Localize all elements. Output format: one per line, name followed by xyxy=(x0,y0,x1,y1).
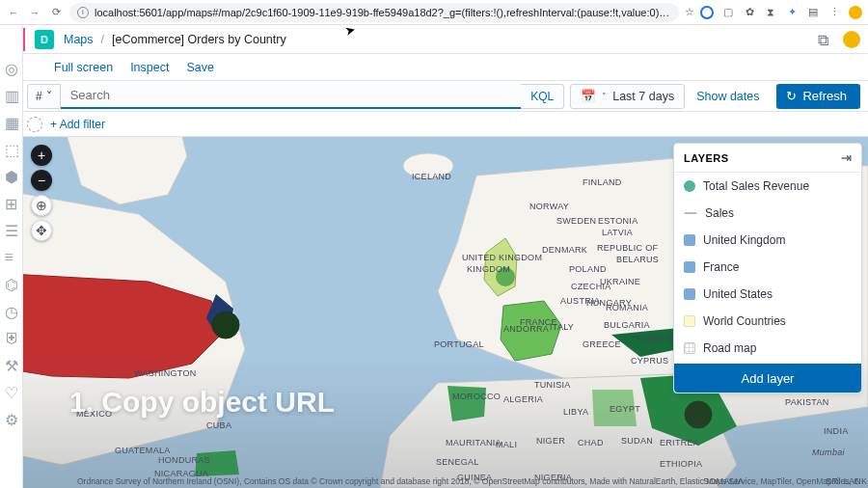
profile-avatar[interactable] xyxy=(849,6,862,19)
inspect-link[interactable]: Inspect xyxy=(130,61,169,74)
user-avatar[interactable] xyxy=(843,31,860,48)
menu-icon[interactable]: ⋮ xyxy=(827,6,841,19)
layer-swatch-icon xyxy=(684,315,695,327)
svg-text:PAKISTAN: PAKISTAN xyxy=(785,397,829,407)
svg-text:EGYPT: EGYPT xyxy=(610,404,640,414)
layer-swatch-icon xyxy=(684,212,697,214)
ext-icon-3[interactable]: ✿ xyxy=(743,6,756,19)
nav-dashboard-icon[interactable]: ▦ xyxy=(5,114,18,127)
svg-text:MAURITANIA: MAURITANIA xyxy=(446,438,502,447)
reload-icon[interactable]: ⟳ xyxy=(48,5,64,20)
svg-text:MOROCCO: MOROCCO xyxy=(452,392,501,401)
ext-icon-2[interactable]: ▢ xyxy=(721,6,735,19)
nav-ml-icon[interactable]: ⊞ xyxy=(5,195,18,208)
back-icon[interactable]: ← xyxy=(6,5,21,20)
layer-item[interactable]: Road map xyxy=(674,335,861,362)
nav-visualize-icon[interactable]: ▥ xyxy=(5,87,18,100)
add-filter-link[interactable]: + Add filter xyxy=(50,118,105,131)
svg-text:ANDORRA: ANDORRA xyxy=(503,324,549,334)
layer-item[interactable]: Total Sales Revenue xyxy=(674,173,861,200)
side-nav: ◎ ▥ ▦ ⬚ ⬢ ⊞ ☰ ≡ ⌬ ◷ ⛨ ⚒ ♡ ⚙ xyxy=(0,25,23,488)
refresh-icon: ↻ xyxy=(786,89,797,103)
ext-icon-6[interactable]: ▤ xyxy=(806,6,820,19)
filter-icon[interactable] xyxy=(27,117,42,132)
svg-text:HONDURAS: HONDURAS xyxy=(158,455,210,465)
ext-icon-5[interactable]: ✦ xyxy=(785,6,799,19)
svg-text:BELARUS: BELARUS xyxy=(616,255,659,264)
map-canvas[interactable]: ICELAND FINLAND NORWAY SWEDEN ESTONIA LA… xyxy=(23,137,868,488)
layer-swatch-icon xyxy=(684,261,695,273)
svg-text:DENMARK: DENMARK xyxy=(542,245,587,255)
fit-bounds-button[interactable]: ⊕ xyxy=(31,195,52,216)
svg-text:UNITED KINGDOM: UNITED KINGDOM xyxy=(462,253,542,262)
nav-maps-icon[interactable]: ⬢ xyxy=(5,168,18,181)
calendar-icon: 📅 xyxy=(581,89,596,103)
ext-icon-4[interactable]: ⧗ xyxy=(764,6,777,19)
filter-type-button[interactable]: # ˅ xyxy=(27,84,61,109)
svg-text:TUNISIA: TUNISIA xyxy=(534,380,571,390)
layer-item[interactable]: France xyxy=(674,254,861,281)
chevron-down-icon: ˅ xyxy=(602,92,607,101)
url-text: localhost:5601/app/maps#/map/2c9c1f60-19… xyxy=(95,7,671,18)
app-header: D Maps / [eCommerce] Orders by Country ⧉ xyxy=(0,25,868,54)
layer-item[interactable]: United States xyxy=(674,281,861,308)
url-bar[interactable]: i localhost:5601/app/maps#/map/2c9c1f60-… xyxy=(69,3,679,22)
svg-text:GUATEMALA: GUATEMALA xyxy=(115,446,171,455)
nav-uptime-icon[interactable]: ◷ xyxy=(5,303,18,316)
nav-infra-icon[interactable]: ☰ xyxy=(5,222,18,235)
space-badge[interactable]: D xyxy=(35,30,54,49)
nav-discover-icon[interactable]: ◎ xyxy=(5,60,18,73)
nav-apm-icon[interactable]: ⌬ xyxy=(5,276,18,289)
map-attribution: Ordnance Survey of Northern Ireland (OSN… xyxy=(77,476,858,486)
save-link[interactable]: Save xyxy=(186,61,214,74)
layer-label: France xyxy=(703,260,739,274)
search-input[interactable] xyxy=(61,84,522,109)
nav-dev-icon[interactable]: ⚒ xyxy=(5,357,18,370)
fullscreen-link[interactable]: Full screen xyxy=(54,61,113,74)
forward-icon[interactable]: → xyxy=(27,5,42,20)
refresh-label: Refresh xyxy=(802,89,847,103)
svg-text:FINLAND: FINLAND xyxy=(583,177,622,187)
svg-text:TURKEY: TURKEY xyxy=(636,334,672,343)
nav-management-icon[interactable]: ⚙ xyxy=(5,411,18,424)
svg-text:ALGERIA: ALGERIA xyxy=(503,394,543,404)
layer-label: Total Sales Revenue xyxy=(703,179,809,193)
ext-icon-1[interactable] xyxy=(700,6,714,19)
nav-logs-icon[interactable]: ≡ xyxy=(5,249,18,262)
svg-text:KINGDOM: KINGDOM xyxy=(467,264,510,274)
collapse-icon[interactable]: ⇥ xyxy=(841,150,853,165)
svg-text:PORTUGAL: PORTUGAL xyxy=(434,339,484,349)
filter-bar: + Add filter xyxy=(0,112,868,137)
nav-siem-icon[interactable]: ⛨ xyxy=(5,330,18,343)
nav-monitoring-icon[interactable]: ♡ xyxy=(5,384,18,397)
svg-text:CHAD: CHAD xyxy=(578,438,604,447)
layer-swatch-icon xyxy=(684,234,695,246)
nav-canvas-icon[interactable]: ⬚ xyxy=(5,141,18,154)
svg-text:GREECE: GREECE xyxy=(583,339,621,349)
query-bar: # ˅ KQL 📅˅ Last 7 days Show dates ↻ Refr… xyxy=(0,81,868,112)
date-picker[interactable]: 📅˅ Last 7 days xyxy=(570,84,685,109)
show-dates-link[interactable]: Show dates xyxy=(685,84,771,109)
breadcrumb-app[interactable]: Maps xyxy=(64,33,94,46)
share-icon[interactable]: ⧉ xyxy=(818,32,833,47)
layer-swatch-icon xyxy=(684,342,695,354)
svg-text:NORWAY: NORWAY xyxy=(529,202,569,211)
layer-item[interactable]: United Kingdom xyxy=(674,227,861,254)
svg-text:INDIA: INDIA xyxy=(824,426,849,436)
svg-text:CYPRUS: CYPRUS xyxy=(631,356,668,366)
site-info-icon[interactable]: i xyxy=(77,7,89,18)
svg-text:ERITREA: ERITREA xyxy=(660,438,699,447)
bookmark-icon[interactable]: ☆ xyxy=(685,6,694,18)
kql-toggle[interactable]: KQL xyxy=(521,84,564,109)
zoom-out-button[interactable]: − xyxy=(31,170,52,191)
add-layer-button[interactable]: Add layer xyxy=(674,364,861,393)
breadcrumb: Maps / [eCommerce] Orders by Country xyxy=(64,33,286,46)
zoom-in-button[interactable]: + xyxy=(31,145,52,166)
zoom-controls: + − ⊕ ✥ xyxy=(31,145,52,241)
layer-label: World Countries xyxy=(703,314,786,328)
layer-item[interactable]: Sales xyxy=(674,200,861,227)
layer-item[interactable]: World Countries xyxy=(674,308,861,335)
svg-text:POLAND: POLAND xyxy=(569,264,607,274)
refresh-button[interactable]: ↻ Refresh xyxy=(776,84,860,109)
compass-button[interactable]: ✥ xyxy=(31,220,52,241)
